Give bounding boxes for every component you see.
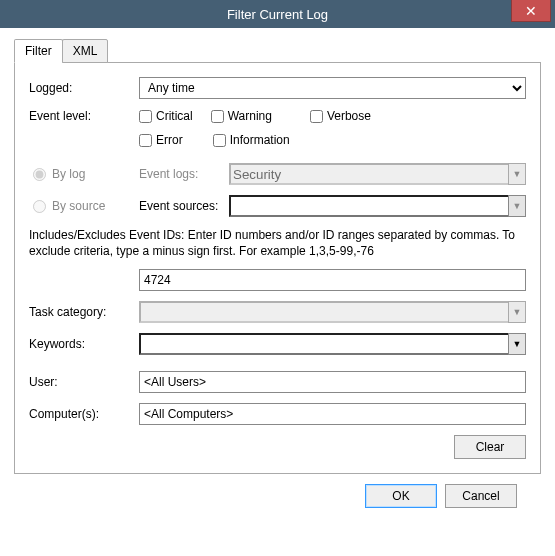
chk-information-box[interactable] — [213, 134, 226, 147]
event-logs-input — [229, 163, 508, 185]
ok-button[interactable]: OK — [365, 484, 437, 508]
client-area: Filter XML Logged: Any time Event level:… — [0, 28, 555, 536]
dialog-footer: OK Cancel — [14, 474, 541, 522]
label-event-sources: Event sources: — [139, 199, 229, 213]
label-task-category: Task category: — [29, 305, 139, 319]
label-logged: Logged: — [29, 81, 139, 95]
filter-panel: Logged: Any time Event level: Critical W… — [14, 62, 541, 474]
row-by-source: By source Event sources: ▼ — [29, 195, 526, 217]
close-button[interactable]: ✕ — [511, 0, 551, 22]
tab-filter[interactable]: Filter — [14, 39, 63, 63]
chk-warning[interactable]: Warning — [211, 109, 272, 123]
help-text: Includes/Excludes Event IDs: Enter ID nu… — [29, 227, 526, 259]
label-by-source: By source — [52, 199, 105, 213]
chk-warning-box[interactable] — [211, 110, 224, 123]
chk-error[interactable]: Error — [139, 133, 183, 147]
window-title: Filter Current Log — [227, 7, 328, 22]
logged-select[interactable]: Any time — [139, 77, 526, 99]
label-event-level: Event level: — [29, 109, 139, 123]
label-computers: Computer(s): — [29, 407, 139, 421]
chevron-down-icon: ▼ — [513, 201, 522, 211]
titlebar: Filter Current Log ✕ — [0, 0, 555, 28]
row-by-log: By log Event logs: ▼ — [29, 163, 526, 185]
chevron-down-icon: ▼ — [513, 169, 522, 179]
task-category-drop: ▼ — [508, 301, 526, 323]
close-icon: ✕ — [525, 3, 537, 19]
chk-verbose-box[interactable] — [310, 110, 323, 123]
task-category-input — [139, 301, 508, 323]
radio-by-source — [33, 200, 46, 213]
user-input[interactable] — [139, 371, 526, 393]
chk-critical[interactable]: Critical — [139, 109, 193, 123]
computers-input[interactable] — [139, 403, 526, 425]
label-event-logs: Event logs: — [139, 167, 229, 181]
event-sources-input[interactable] — [229, 195, 508, 217]
keywords-input[interactable] — [139, 333, 508, 355]
label-by-log: By log — [52, 167, 85, 181]
chevron-down-icon: ▼ — [513, 307, 522, 317]
clear-button[interactable]: Clear — [454, 435, 526, 459]
chk-information[interactable]: Information — [213, 133, 290, 147]
chevron-down-icon: ▼ — [513, 339, 522, 349]
event-logs-drop: ▼ — [508, 163, 526, 185]
radio-by-log — [33, 168, 46, 181]
chk-verbose[interactable]: Verbose — [310, 109, 371, 123]
chk-error-box[interactable] — [139, 134, 152, 147]
cancel-button[interactable]: Cancel — [445, 484, 517, 508]
tabstrip: Filter XML — [14, 39, 541, 63]
label-keywords: Keywords: — [29, 337, 139, 351]
event-id-input[interactable] — [139, 269, 526, 291]
chk-critical-box[interactable] — [139, 110, 152, 123]
keywords-drop[interactable]: ▼ — [508, 333, 526, 355]
label-user: User: — [29, 375, 139, 389]
event-sources-drop[interactable]: ▼ — [508, 195, 526, 217]
tab-xml[interactable]: XML — [62, 39, 109, 63]
